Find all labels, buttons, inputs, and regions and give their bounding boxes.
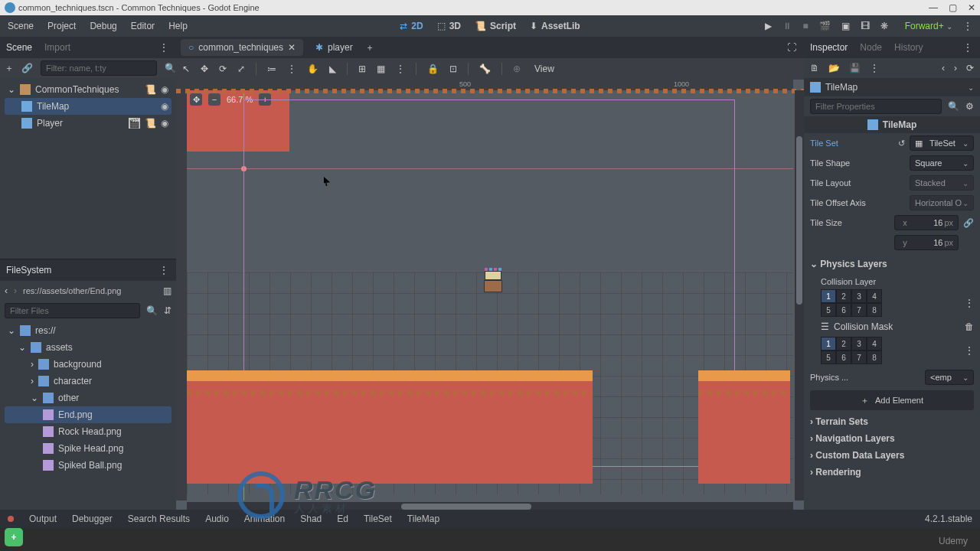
renderer-dropdown[interactable]: Forward+ [905, 21, 952, 31]
bottom-tileset[interactable]: TileSet [364, 514, 392, 524]
mask-7[interactable]: 7 [851, 350, 867, 364]
node-root[interactable]: ⌄ CommonTechniques 📜◉ [5, 81, 172, 98]
fs-other[interactable]: ⌄other [5, 390, 172, 406]
inspector-filter-input[interactable] [810, 99, 942, 114]
pan-tool-icon[interactable]: ✋ [307, 64, 318, 74]
prop-tileshape[interactable]: Tile Shape Square [804, 153, 980, 173]
node-tilemap[interactable]: TileMap ◉ [5, 98, 172, 115]
layer-menu-icon[interactable]: ⋮ [965, 298, 974, 308]
fs-path[interactable]: res://assets/other/End.png [23, 286, 157, 295]
mode-assetlib[interactable]: ⬇ AssetLib [530, 21, 580, 31]
object-header[interactable]: TileMap [804, 78, 980, 96]
history-fwd-icon[interactable]: › [954, 63, 957, 73]
nav-back-icon[interactable]: ‹ [5, 285, 8, 296]
snap-menu-icon[interactable]: ⋮ [396, 64, 405, 74]
run-scene-icon[interactable]: 🎬 [819, 21, 831, 31]
menu-project[interactable]: Project [47, 21, 76, 31]
layer-1[interactable]: 1 [821, 289, 836, 303]
view-menu[interactable]: View [534, 64, 554, 74]
layer-4[interactable]: 4 [867, 289, 882, 303]
layer-2[interactable]: 2 [836, 289, 851, 303]
link-icon[interactable]: 🔗 [21, 63, 33, 73]
collision-mask-grid[interactable]: 1 2 3 4 5 6 7 8 ⋮ [804, 335, 980, 367]
zoom-out-icon[interactable]: − [208, 93, 220, 106]
tab-history[interactable]: History [894, 42, 923, 53]
mask-menu-icon[interactable]: ⋮ [965, 345, 974, 356]
search-icon[interactable]: 🔍 [146, 305, 158, 316]
menu-help[interactable]: Help [168, 21, 188, 31]
visibility-icon[interactable]: ◉ [161, 101, 168, 112]
visibility-icon[interactable]: ◉ [161, 118, 168, 129]
group-icon[interactable]: ⊡ [449, 64, 457, 74]
anchor-icon[interactable]: ⊕ [513, 64, 521, 74]
list-tool-icon[interactable]: ≔ [267, 64, 276, 74]
script-icon[interactable]: 📜 [145, 118, 156, 129]
bottom-audio[interactable]: Audio [205, 514, 229, 524]
distraction-free-icon[interactable]: ⛶ [787, 42, 799, 53]
mask-1[interactable]: 1 [821, 337, 836, 350]
tab-inspector[interactable]: Inspector [810, 42, 848, 53]
prop-tileset[interactable]: Tile Set ↺ ▦ TileSet [804, 133, 980, 153]
render-settings-icon[interactable]: ❋ [880, 21, 888, 31]
reorder-icon[interactable]: ☰ [821, 321, 829, 332]
section-navigation[interactable]: › Navigation Layers [804, 430, 980, 447]
mask-6[interactable]: 6 [836, 350, 851, 364]
bottom-debugger[interactable]: Debugger [72, 514, 113, 524]
fs-filter-input[interactable] [5, 303, 140, 318]
viewport[interactable]: 500 1000 ✥ − 66.7 % + [176, 80, 804, 511]
ruler-tool-icon[interactable]: ◣ [329, 64, 336, 74]
add-element-button[interactable]: ＋Add Element [810, 390, 974, 410]
fs-character[interactable]: ›character [5, 373, 172, 390]
search-icon[interactable]: 🔍 [165, 63, 176, 73]
select-tool-icon[interactable]: ↖ [182, 64, 190, 74]
layer-5[interactable]: 5 [821, 303, 836, 317]
bottom-shader[interactable]: Shad [300, 514, 322, 524]
mask-3[interactable]: 3 [851, 337, 867, 350]
bottom-editor[interactable]: Ed [337, 514, 348, 524]
close-icon[interactable]: ✕ [968, 2, 975, 13]
bottom-tilemap[interactable]: TileMap [407, 514, 439, 524]
center-icon[interactable]: ✥ [190, 93, 202, 106]
tab-import[interactable]: Import [44, 42, 70, 53]
mask-8[interactable]: 8 [867, 350, 882, 364]
stop-icon[interactable]: ■ [802, 21, 808, 31]
script-icon[interactable]: 📜 [145, 84, 156, 95]
nav-fwd-icon[interactable]: › [14, 285, 17, 296]
node-player[interactable]: Player 🎬📜◉ [5, 115, 172, 132]
collision-layer-grid[interactable]: 1 2 3 4 5 6 7 8 ⋮ [804, 288, 980, 320]
prop-tilesize-y[interactable]: y16px [804, 233, 980, 253]
section-customdata[interactable]: › Custom Data Layers [804, 447, 980, 464]
tab-scene[interactable]: Scene [6, 42, 32, 53]
bone-icon[interactable]: 🦴 [479, 64, 491, 74]
clapper-icon[interactable]: 🎬 [129, 118, 140, 129]
fs-split-icon[interactable]: ▥ [163, 285, 172, 296]
class-header[interactable]: TileMap [804, 116, 980, 133]
fs-sort-icon[interactable]: ⇵ [164, 305, 172, 316]
rotate-tool-icon[interactable]: ⟳ [219, 64, 227, 74]
scrollbar-vertical[interactable] [795, 90, 804, 500]
snap-pixel-icon[interactable]: ⊞ [358, 64, 366, 74]
layer-3[interactable]: 3 [851, 289, 867, 303]
minimize-icon[interactable]: — [929, 2, 938, 13]
menu-editor[interactable]: Editor [131, 21, 155, 31]
tab-filesystem[interactable]: FileSystem [6, 265, 51, 276]
mode-2d[interactable]: ⇄ 2D [400, 21, 423, 31]
player-sprite[interactable] [482, 268, 504, 294]
bottom-search[interactable]: Search Results [128, 514, 190, 524]
scale-tool-icon[interactable]: ⤢ [237, 64, 245, 74]
fs-assets[interactable]: ⌄assets [5, 339, 172, 356]
close-tab-icon[interactable]: ✕ [288, 42, 296, 53]
movie-icon[interactable]: 🎞 [861, 21, 870, 31]
tab-player[interactable]: ✱ player [308, 39, 361, 56]
visibility-icon[interactable]: ◉ [161, 84, 168, 95]
section-terrain[interactable]: › Terrain Sets [804, 413, 980, 430]
prop-tilesize-x[interactable]: Tile Size x16px 🔗 [804, 213, 980, 233]
bottom-output[interactable]: Output [29, 514, 57, 524]
fs-spikehead[interactable]: Spike Head.png [5, 440, 172, 457]
tab-node[interactable]: Node [860, 42, 882, 53]
mask-2[interactable]: 2 [836, 337, 851, 350]
add-tab-icon[interactable]: ＋ [365, 41, 374, 54]
load-resource-icon[interactable]: 📂 [828, 63, 840, 73]
move-tool-icon[interactable]: ✥ [201, 64, 208, 74]
kebab-icon[interactable]: ⋮ [287, 64, 296, 74]
